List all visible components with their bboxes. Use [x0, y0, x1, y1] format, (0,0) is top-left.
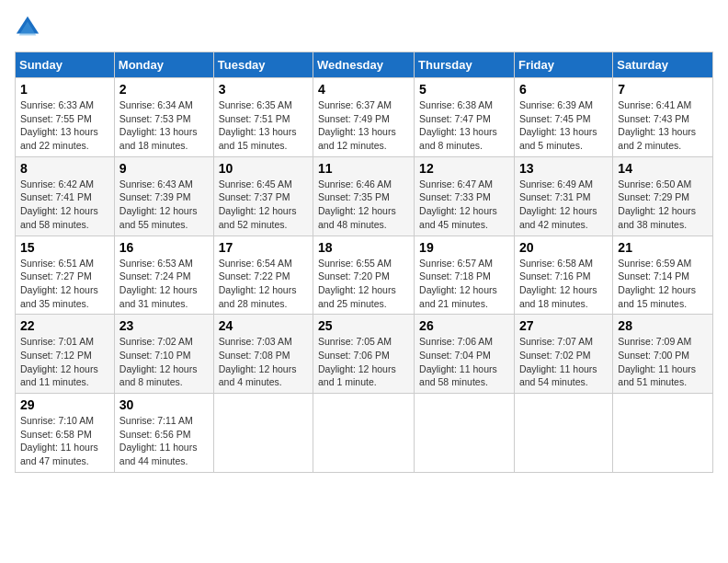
day-number: 10: [219, 161, 308, 176]
day-number: 2: [119, 82, 209, 97]
calendar-cell: 23 Sunrise: 7:02 AM Sunset: 7:10 PM Dayl…: [114, 315, 213, 394]
day-info: Sunrise: 6:55 AM Sunset: 7:20 PM Dayligh…: [318, 257, 409, 311]
calendar-cell: 28 Sunrise: 7:09 AM Sunset: 7:00 PM Dayl…: [613, 315, 713, 394]
day-info: Sunrise: 6:45 AM Sunset: 7:37 PM Dayligh…: [219, 178, 308, 232]
calendar-cell: 9 Sunrise: 6:43 AM Sunset: 7:39 PM Dayli…: [114, 156, 213, 236]
weekday-header-tuesday: Tuesday: [213, 52, 313, 78]
calendar-cell: 1 Sunrise: 6:33 AM Sunset: 7:55 PM Dayli…: [16, 78, 115, 157]
day-info: Sunrise: 6:50 AM Sunset: 7:29 PM Dayligh…: [618, 178, 708, 232]
day-number: 1: [20, 82, 109, 97]
day-number: 17: [219, 240, 308, 255]
day-number: 12: [419, 161, 509, 176]
day-number: 11: [318, 161, 409, 176]
day-number: 24: [219, 318, 308, 333]
calendar-cell: 14 Sunrise: 6:50 AM Sunset: 7:29 PM Dayl…: [613, 156, 713, 236]
day-number: 5: [419, 82, 509, 97]
day-info: Sunrise: 6:35 AM Sunset: 7:51 PM Dayligh…: [219, 98, 308, 153]
calendar-cell: 22 Sunrise: 7:01 AM Sunset: 7:12 PM Dayl…: [16, 315, 115, 394]
day-number: 4: [318, 82, 409, 97]
day-info: Sunrise: 7:03 AM Sunset: 7:08 PM Dayligh…: [219, 335, 308, 389]
calendar-week-4: 22 Sunrise: 7:01 AM Sunset: 7:12 PM Dayl…: [16, 315, 713, 394]
calendar-cell: 25 Sunrise: 7:05 AM Sunset: 7:06 PM Dayl…: [313, 315, 415, 394]
day-number: 7: [618, 82, 708, 97]
day-info: Sunrise: 6:33 AM Sunset: 7:55 PM Dayligh…: [20, 98, 109, 153]
calendar-cell: 21 Sunrise: 6:59 AM Sunset: 7:14 PM Dayl…: [613, 236, 713, 315]
weekday-header-saturday: Saturday: [613, 52, 713, 78]
day-number: 28: [618, 318, 708, 333]
day-number: 30: [119, 397, 209, 412]
calendar-cell: 2 Sunrise: 6:34 AM Sunset: 7:53 PM Dayli…: [114, 78, 213, 157]
day-info: Sunrise: 7:01 AM Sunset: 7:12 PM Dayligh…: [20, 335, 109, 389]
calendar-cell: 27 Sunrise: 7:07 AM Sunset: 7:02 PM Dayl…: [514, 315, 612, 394]
calendar-header: SundayMondayTuesdayWednesdayThursdayFrid…: [16, 52, 713, 78]
calendar-week-2: 8 Sunrise: 6:42 AM Sunset: 7:41 PM Dayli…: [16, 156, 713, 236]
day-info: Sunrise: 7:07 AM Sunset: 7:02 PM Dayligh…: [519, 335, 608, 389]
day-info: Sunrise: 6:54 AM Sunset: 7:22 PM Dayligh…: [219, 257, 308, 311]
day-number: 26: [419, 318, 509, 333]
day-info: Sunrise: 6:51 AM Sunset: 7:27 PM Dayligh…: [20, 257, 109, 311]
day-number: 29: [20, 397, 109, 412]
calendar-cell: 16 Sunrise: 6:53 AM Sunset: 7:24 PM Dayl…: [114, 236, 213, 315]
day-info: Sunrise: 6:46 AM Sunset: 7:35 PM Dayligh…: [318, 178, 409, 232]
day-number: 6: [519, 82, 608, 97]
logo-icon: [15, 15, 40, 40]
weekday-header-thursday: Thursday: [415, 52, 515, 78]
day-info: Sunrise: 6:42 AM Sunset: 7:41 PM Dayligh…: [20, 178, 109, 232]
calendar-cell: 11 Sunrise: 6:46 AM Sunset: 7:35 PM Dayl…: [313, 156, 415, 236]
day-info: Sunrise: 6:37 AM Sunset: 7:49 PM Dayligh…: [318, 98, 409, 153]
weekday-header-wednesday: Wednesday: [313, 52, 415, 78]
day-number: 3: [219, 82, 308, 97]
calendar-cell: 18 Sunrise: 6:55 AM Sunset: 7:20 PM Dayl…: [313, 236, 415, 315]
calendar-cell: [415, 394, 515, 473]
calendar-cell: 17 Sunrise: 6:54 AM Sunset: 7:22 PM Dayl…: [213, 236, 313, 315]
day-number: 9: [119, 161, 209, 176]
calendar-cell: 4 Sunrise: 6:37 AM Sunset: 7:49 PM Dayli…: [313, 78, 415, 157]
calendar-week-1: 1 Sunrise: 6:33 AM Sunset: 7:55 PM Dayli…: [16, 78, 713, 157]
calendar-week-3: 15 Sunrise: 6:51 AM Sunset: 7:27 PM Dayl…: [16, 236, 713, 315]
day-info: Sunrise: 6:59 AM Sunset: 7:14 PM Dayligh…: [618, 257, 708, 311]
day-number: 13: [519, 161, 608, 176]
calendar-cell: 24 Sunrise: 7:03 AM Sunset: 7:08 PM Dayl…: [213, 315, 313, 394]
calendar-cell: 8 Sunrise: 6:42 AM Sunset: 7:41 PM Dayli…: [16, 156, 115, 236]
day-info: Sunrise: 6:58 AM Sunset: 7:16 PM Dayligh…: [519, 257, 608, 311]
day-info: Sunrise: 6:38 AM Sunset: 7:47 PM Dayligh…: [419, 98, 509, 153]
day-info: Sunrise: 6:47 AM Sunset: 7:33 PM Dayligh…: [419, 178, 509, 232]
day-number: 23: [119, 318, 209, 333]
day-number: 20: [519, 240, 608, 255]
weekday-header-monday: Monday: [114, 52, 213, 78]
day-info: Sunrise: 7:05 AM Sunset: 7:06 PM Dayligh…: [318, 335, 409, 389]
day-info: Sunrise: 6:57 AM Sunset: 7:18 PM Dayligh…: [419, 257, 509, 311]
day-info: Sunrise: 6:34 AM Sunset: 7:53 PM Dayligh…: [119, 98, 209, 153]
weekday-header-sunday: Sunday: [16, 52, 115, 78]
calendar-cell: [514, 394, 612, 473]
calendar-cell: [213, 394, 313, 473]
day-number: 19: [419, 240, 509, 255]
calendar-cell: 3 Sunrise: 6:35 AM Sunset: 7:51 PM Dayli…: [213, 78, 313, 157]
calendar-cell: 20 Sunrise: 6:58 AM Sunset: 7:16 PM Dayl…: [514, 236, 612, 315]
day-info: Sunrise: 7:09 AM Sunset: 7:00 PM Dayligh…: [618, 335, 708, 389]
day-number: 14: [618, 161, 708, 176]
page-header: [15, 15, 713, 40]
day-info: Sunrise: 6:43 AM Sunset: 7:39 PM Dayligh…: [119, 178, 209, 232]
calendar-cell: 13 Sunrise: 6:49 AM Sunset: 7:31 PM Dayl…: [514, 156, 612, 236]
calendar-cell: 19 Sunrise: 6:57 AM Sunset: 7:18 PM Dayl…: [415, 236, 515, 315]
day-info: Sunrise: 6:39 AM Sunset: 7:45 PM Dayligh…: [519, 98, 608, 153]
calendar-cell: 15 Sunrise: 6:51 AM Sunset: 7:27 PM Dayl…: [16, 236, 115, 315]
day-number: 15: [20, 240, 109, 255]
day-info: Sunrise: 6:53 AM Sunset: 7:24 PM Dayligh…: [119, 257, 209, 311]
calendar-cell: 29 Sunrise: 7:10 AM Sunset: 6:58 PM Dayl…: [16, 394, 115, 473]
calendar-cell: 12 Sunrise: 6:47 AM Sunset: 7:33 PM Dayl…: [415, 156, 515, 236]
calendar-cell: 10 Sunrise: 6:45 AM Sunset: 7:37 PM Dayl…: [213, 156, 313, 236]
weekday-header-friday: Friday: [514, 52, 612, 78]
calendar-cell: [313, 394, 415, 473]
day-number: 25: [318, 318, 409, 333]
calendar-cell: 30 Sunrise: 7:11 AM Sunset: 6:56 PM Dayl…: [114, 394, 213, 473]
calendar-cell: 5 Sunrise: 6:38 AM Sunset: 7:47 PM Dayli…: [415, 78, 515, 157]
calendar-cell: 26 Sunrise: 7:06 AM Sunset: 7:04 PM Dayl…: [415, 315, 515, 394]
calendar-table: SundayMondayTuesdayWednesdayThursdayFrid…: [15, 52, 713, 473]
day-info: Sunrise: 7:10 AM Sunset: 6:58 PM Dayligh…: [20, 414, 109, 468]
day-info: Sunrise: 7:02 AM Sunset: 7:10 PM Dayligh…: [119, 335, 209, 389]
day-number: 18: [318, 240, 409, 255]
calendar-cell: 6 Sunrise: 6:39 AM Sunset: 7:45 PM Dayli…: [514, 78, 612, 157]
logo: [15, 15, 44, 40]
